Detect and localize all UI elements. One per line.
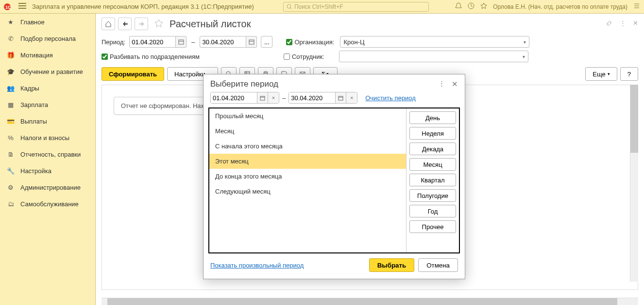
svg-rect-13 (249, 40, 254, 44)
more-button[interactable]: Еще ▾ (585, 67, 617, 81)
svg-rect-11 (179, 40, 184, 44)
split-checkbox[interactable] (102, 54, 108, 60)
org-checkbox[interactable] (286, 39, 292, 45)
sidebar-item-selfservice[interactable]: 🗂Самообслуживание (0, 196, 95, 212)
cancel-button[interactable]: Отмена (418, 258, 458, 272)
sidebar-item-taxes[interactable]: %Налоги и взносы (0, 129, 95, 146)
sidebar-item-recruit[interactable]: ✆Подбор персонала (0, 30, 95, 47)
sidebar-item-settings[interactable]: 🔧Настройка (0, 162, 95, 179)
favorite-star-icon[interactable] (154, 18, 164, 30)
doc-icon: 🗎 (7, 150, 15, 158)
clear-period-link[interactable]: Очистить период (365, 94, 416, 102)
split-label: Разбивать по подразделениям (110, 53, 200, 60)
scale-button[interactable]: День (409, 111, 456, 124)
svg-rect-22 (260, 96, 265, 100)
dialog-from-clear-button[interactable]: × (268, 92, 279, 103)
gear-icon: ⚙ (7, 183, 15, 191)
scale-button[interactable]: Год (409, 205, 456, 217)
org-combo[interactable]: Крон-Ц (340, 36, 529, 48)
scale-button[interactable]: Прочее (409, 220, 456, 233)
scale-button[interactable]: Декада (409, 143, 456, 155)
form-report-button[interactable]: Сформировать (102, 67, 164, 81)
history-icon[interactable] (468, 2, 475, 11)
dialog-from-input[interactable] (211, 92, 257, 103)
horizontal-scrollbar[interactable] (102, 298, 638, 305)
sidebar-item-label: Самообслуживание (20, 200, 79, 208)
sidebar-item-main[interactable]: ★Главное (0, 14, 95, 30)
scale-button[interactable]: Месяц (409, 158, 456, 171)
logo-1c: 1C (4, 2, 16, 11)
back-button[interactable]: 🠈 (118, 18, 132, 30)
period-item[interactable]: С начала этого месяца (209, 139, 406, 154)
sidebar: ★Главное ✆Подбор персонала 🎁Мотивация 🎓О… (0, 14, 96, 305)
period-to-input[interactable] (200, 36, 246, 48)
dialog-to-calendar-button[interactable] (336, 92, 346, 103)
sidebar-item-admin[interactable]: ⚙Администрирование (0, 179, 95, 196)
help-button[interactable]: ? (620, 67, 638, 81)
period-item[interactable]: Следующий месяц (209, 184, 406, 199)
bell-icon[interactable] (455, 2, 462, 11)
link-icon[interactable] (605, 19, 613, 29)
phone-icon: ✆ (7, 35, 15, 42)
close-icon[interactable]: ✕ (633, 19, 638, 29)
filters-row: Период: – ... Организация: Крон-Ц (96, 34, 644, 51)
period-item[interactable]: До конца этого месяца (209, 169, 406, 184)
forward-button[interactable]: 🠊 (135, 18, 148, 30)
calendar-from-button[interactable] (176, 36, 186, 48)
dialog-to-clear-button[interactable]: × (346, 92, 357, 103)
settings-icon[interactable] (633, 2, 640, 11)
svg-line-6 (290, 8, 292, 9)
sidebar-item-salary[interactable]: ▦Зарплата (0, 96, 95, 113)
employee-checkbox[interactable] (284, 54, 290, 60)
dialog-close-icon[interactable]: ✕ (452, 80, 458, 89)
kebab-icon[interactable]: ⋮ (620, 19, 626, 29)
arbitrary-period-link[interactable]: Показать произвольный период (210, 262, 304, 269)
user-label: Орлова Е.Н. (Нач. отд. расчетов по оплат… (493, 3, 627, 10)
search-box[interactable]: Поиск Ctrl+Shift+F (283, 2, 429, 12)
sidebar-item-reports[interactable]: 🗎Отчетность, справки (0, 146, 95, 162)
org-value: Крон-Ц (343, 38, 364, 46)
period-item[interactable]: Прошлый месяц (209, 108, 406, 124)
select-button[interactable]: Выбрать (369, 258, 415, 272)
calendar-to-button[interactable] (246, 36, 257, 48)
scale-button[interactable]: Неделя (409, 127, 456, 140)
dialog-from-calendar-button[interactable] (257, 92, 268, 103)
dialog-to-input[interactable] (289, 92, 336, 103)
period-dialog: Выберите период ⋮ ✕ × – × Очистить перио… (203, 74, 465, 279)
period-picker-button[interactable]: ... (261, 36, 272, 48)
scale-column: ДеньНеделяДекадаМесяцКварталПолугодиеГод… (407, 108, 459, 252)
star-icon: ★ (7, 18, 15, 26)
dialog-title: Выберите период (210, 79, 278, 89)
sidebar-item-label: Мотивация (20, 52, 53, 59)
scale-button[interactable]: Полугодие (409, 189, 456, 202)
sidebar-item-hr[interactable]: 👥Кадры (0, 80, 95, 96)
vertical-scrollbar[interactable] (630, 85, 638, 282)
dialog-kebab-icon[interactable]: ⋮ (439, 80, 445, 89)
sidebar-item-education[interactable]: 🎓Обучение и развитие (0, 63, 95, 80)
sidebar-item-motivation[interactable]: 🎁Мотивация (0, 47, 95, 63)
svg-rect-24 (339, 96, 343, 100)
period-item[interactable]: Месяц (209, 124, 406, 139)
sidebar-item-label: Администрирование (20, 184, 81, 191)
sidebar-item-payments[interactable]: 💳Выплаты (0, 113, 95, 129)
filters-row-2: Разбивать по подразделениям Сотрудник: (96, 51, 644, 67)
grad-icon: 🎓 (7, 68, 15, 75)
wallet-icon: 💳 (7, 117, 15, 125)
percent-icon: % (7, 134, 15, 142)
sidebar-item-label: Главное (20, 18, 45, 26)
menu-icon[interactable] (18, 2, 26, 11)
svg-text:1C: 1C (5, 5, 11, 10)
home-button[interactable] (102, 18, 115, 30)
star-icon[interactable] (480, 2, 487, 11)
search-placeholder: Поиск Ctrl+Shift+F (294, 3, 343, 10)
sidebar-item-label: Обучение и развитие (20, 68, 83, 75)
scale-button[interactable]: Квартал (409, 174, 456, 186)
sidebar-item-label: Зарплата (20, 101, 48, 108)
period-from-input[interactable] (129, 36, 176, 48)
self-icon: 🗂 (7, 200, 15, 208)
period-item[interactable]: Этот месяц (209, 154, 406, 169)
dash: – (191, 38, 195, 46)
main-header: 🠈 🠊 Расчетный листок ⋮ ✕ (96, 14, 644, 34)
employee-combo[interactable] (339, 51, 528, 62)
people-icon: 👥 (7, 84, 15, 92)
